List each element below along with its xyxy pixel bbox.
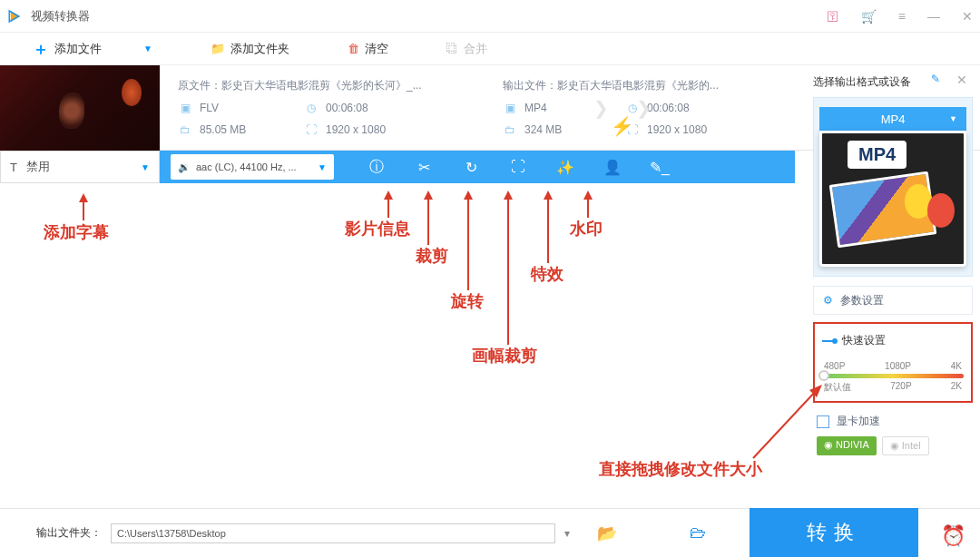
slider-thumb[interactable] (818, 370, 829, 381)
add-folder-button[interactable]: 📁 添加文件夹 (211, 41, 289, 57)
cut-tool-icon[interactable]: ✂ (414, 157, 434, 177)
video-thumbnail[interactable] (0, 65, 160, 151)
chevron-down-icon[interactable]: ▼ (143, 44, 152, 54)
output-resolution: 1920 x 1080 (647, 123, 707, 136)
param-settings-label: 参数设置 (840, 293, 884, 308)
merge-label: 合并 (464, 41, 487, 57)
add-file-button[interactable]: ＋ 添加文件 ▼ (33, 38, 152, 60)
size-icon: 🗀 (178, 122, 192, 137)
format-preview: MP4 (819, 131, 966, 267)
svg-marker-1 (79, 193, 88, 202)
browse-folder-icon[interactable]: 🗁 (690, 523, 706, 542)
output-size: 324 MB (524, 123, 562, 136)
quick-settings-label: 快速设置 (842, 333, 886, 348)
app-title: 视频转换器 (31, 8, 90, 24)
gpu-accel-option[interactable]: 显卡加速 (813, 414, 973, 429)
annotation-crop: 画幅裁剪 (472, 345, 537, 366)
annotation-drag: 直接拖拽修改文件大小 (599, 458, 762, 480)
chevron-down-icon: ▼ (318, 162, 327, 172)
quick-settings-box: 快速设置 480P1080P4K 默认值720P2K (813, 322, 973, 403)
svg-marker-9 (504, 191, 513, 200)
annotation-effect: 特效 (531, 263, 564, 285)
output-format: MP4 (524, 102, 547, 114)
subtitle-value: 禁用 (26, 159, 50, 175)
merge-icon: ⿻ (446, 42, 458, 55)
annotation-cut: 裁剪 (416, 245, 448, 267)
path-dropdown-icon[interactable]: ▾ (564, 527, 570, 540)
folder-plus-icon: 📁 (211, 42, 225, 55)
add-folder-label: 添加文件夹 (230, 41, 289, 57)
resolution-icon: ⛶ (304, 122, 318, 137)
svg-line-14 (753, 390, 817, 458)
key-icon[interactable]: ⚿ (827, 9, 839, 24)
svg-marker-3 (384, 191, 393, 200)
format-badge: MP4 (848, 141, 906, 169)
format-dropdown[interactable]: MP4 (819, 107, 966, 131)
audio-select[interactable]: 🔉 aac (LC), 44100 Hz, ... ▼ (171, 154, 334, 180)
clock-icon: ◷ (304, 101, 318, 115)
nvidia-badge[interactable]: ◉ NDIVIA (817, 436, 877, 455)
titlebar: 视频转换器 ⚿ 🛒 ≡ — ✕ (0, 0, 980, 33)
cart-icon[interactable]: 🛒 (861, 9, 877, 24)
source-size: 85.05 MB (200, 123, 246, 136)
format-select-label: 选择输出格式或设备 (813, 74, 973, 90)
intel-badge[interactable]: ◉ Intel (882, 436, 929, 455)
rotate-tool-icon[interactable]: ↻ (461, 157, 481, 177)
annotation-watermark: 水印 (570, 218, 603, 239)
bolt-icon: ⚡ (611, 115, 633, 137)
app-logo-icon (7, 8, 24, 24)
convert-button[interactable]: 转换 (750, 508, 918, 557)
effect-tool-icon[interactable]: ✨ (555, 157, 575, 177)
open-folder-icon[interactable]: 📂 (597, 523, 617, 543)
clear-button[interactable]: 🗑 清空 (348, 41, 388, 57)
minimize-icon[interactable]: — (927, 9, 940, 24)
dash-icon (822, 340, 835, 342)
text-icon: T (10, 161, 17, 174)
size-icon: 🗀 (503, 122, 517, 137)
gpu-accel-label: 显卡加速 (837, 414, 880, 429)
output-path-input[interactable] (111, 523, 555, 543)
annotation-rotate: 旋转 (451, 290, 484, 312)
param-settings-button[interactable]: ⚙ 参数设置 (813, 286, 973, 315)
menu-icon[interactable]: ≡ (898, 9, 906, 24)
source-resolution: 1920 x 1080 (326, 123, 386, 136)
chevron-down-icon: ▼ (141, 162, 150, 172)
edit-tool-icon[interactable]: ✎_ (650, 157, 670, 177)
quality-slider[interactable] (822, 374, 964, 378)
plus-icon: ＋ (33, 38, 49, 60)
slider-marks-top: 480P1080P4K (822, 361, 964, 371)
toolbar: ＋ 添加文件 ▼ 📁 添加文件夹 🗑 清空 ⿻ 合并 (0, 33, 980, 65)
svg-marker-5 (424, 191, 433, 200)
clear-label: 清空 (365, 41, 388, 57)
source-duration: 00:06:08 (326, 102, 368, 114)
slider-marks-bottom: 默认值720P2K (822, 381, 964, 394)
window-controls: ⚿ 🛒 ≡ — ✕ (827, 9, 973, 24)
format-icon: ▣ (503, 101, 517, 115)
format-icon: ▣ (178, 101, 192, 115)
annotation-subtitle: 添加字幕 (44, 221, 109, 243)
output-duration: 00:06:08 (647, 102, 690, 114)
schedule-icon[interactable]: ⏰ (941, 524, 965, 548)
crop-tool-icon[interactable]: ⛶ (508, 157, 528, 177)
watermark-tool-icon[interactable]: 👤 (603, 157, 622, 177)
merge-button: ⿻ 合并 (446, 41, 487, 57)
checkbox-icon[interactable] (817, 415, 829, 428)
info-tool-icon[interactable]: ⓘ (367, 157, 387, 177)
output-folder-label: 输出文件夹： (36, 525, 102, 541)
close-icon[interactable]: ✕ (962, 9, 973, 24)
annotation-info: 影片信息 (345, 218, 410, 239)
trash-icon: 🗑 (348, 42, 359, 55)
svg-marker-11 (544, 191, 553, 200)
audio-value: aac (LC), 44100 Hz, ... (196, 161, 297, 172)
output-format-panel: 选择输出格式或设备 MP4 MP4 ⚙ 参数设置 快速设置 480P1080P4… (813, 74, 973, 455)
subtitle-select[interactable]: T 禁用 ▼ (0, 151, 160, 183)
svg-marker-13 (583, 191, 593, 200)
speaker-icon: 🔉 (178, 161, 191, 173)
source-format: FLV (200, 102, 219, 114)
source-file-line: 原文件：影史百大华语电影混剪《光影的长河》_... (178, 78, 430, 93)
settings-icon: ⚙ (823, 294, 833, 307)
add-file-label: 添加文件 (54, 41, 102, 57)
svg-marker-7 (464, 191, 473, 200)
